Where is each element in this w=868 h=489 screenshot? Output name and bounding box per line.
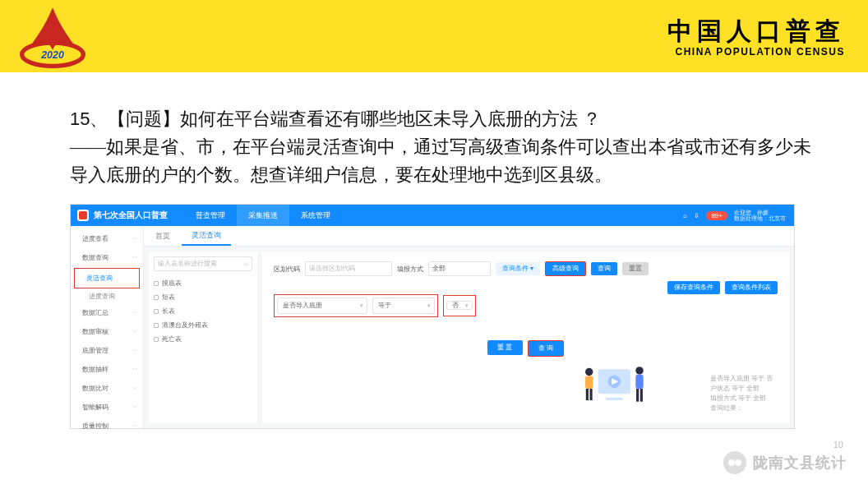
nav-data-sample[interactable]: 数据抽样﹀ xyxy=(71,360,143,379)
select-operator[interactable]: 等于 xyxy=(372,298,435,314)
nav-progress-view[interactable]: 进度查看﹀ xyxy=(71,229,143,248)
select-value[interactable]: 否 xyxy=(446,301,473,310)
help-icon[interactable]: ⇩ xyxy=(694,212,699,219)
app-screenshot: 第七次全国人口普查 普查管理 采集推送 系统管理 ⌕ ⇩ 89+ 欢迎您，孙媛 … xyxy=(70,204,795,429)
svg-rect-8 xyxy=(590,389,593,400)
btn-condition-list[interactable]: 查询条件列表 xyxy=(725,281,778,294)
form-illustration xyxy=(567,356,658,417)
tree-item[interactable]: 短表 xyxy=(154,290,252,304)
app-topbar: 第七次全国人口普查 普查管理 采集推送 系统管理 ⌕ ⇩ 89+ 欢迎您，孙媛 … xyxy=(71,205,794,226)
watermark-text: 陇南文县统计 xyxy=(753,453,847,473)
user-info: 欢迎您，孙媛 数据处理地：北京市 xyxy=(734,210,786,222)
nav-data-audit[interactable]: 数据审核﹀ xyxy=(71,322,143,341)
wechat-icon xyxy=(723,451,746,474)
select-field[interactable]: 是否导入底册 xyxy=(277,298,367,314)
tab-survey-manage[interactable]: 普查管理 xyxy=(184,205,237,226)
nav-smart-decode[interactable]: 智能解码﹀ xyxy=(71,398,143,417)
nav-register-manage[interactable]: 底册管理﹀ xyxy=(71,341,143,360)
nav-flexible-query[interactable]: 灵活查询 xyxy=(74,268,140,288)
btn-reset[interactable]: 重置 xyxy=(622,262,649,275)
user-location: 数据处理地：北京市 xyxy=(734,215,786,222)
nav-data-summary[interactable]: 数据汇总﹀ xyxy=(71,303,143,322)
summary-line-1: 是否导入底册 等于 否 xyxy=(710,374,773,384)
tree-item[interactable]: 摸底表 xyxy=(154,276,252,290)
chevron-down-icon: ﹀ xyxy=(132,347,138,355)
page-number: 10 xyxy=(833,440,843,450)
notification-badge[interactable]: 89+ xyxy=(706,211,727,220)
input-area-code[interactable]: 请选择区划代码 xyxy=(305,261,392,276)
question-number: 15、 xyxy=(70,108,108,129)
svg-point-5 xyxy=(585,368,593,376)
tab-collect-push[interactable]: 采集推送 xyxy=(237,205,289,226)
question-tag: 【问题】 xyxy=(108,108,180,129)
btn-reset-2[interactable]: 重 置 xyxy=(487,340,522,355)
nav-quality-control[interactable]: 质量控制﹀ xyxy=(71,417,143,436)
chevron-down-icon: ﹀ xyxy=(132,404,138,412)
chevron-down-icon: ﹀ xyxy=(132,254,138,262)
btn-query[interactable]: 查询 xyxy=(591,262,617,275)
table-tree: 输入表名称进行搜索 摸底表 短表 长表 港澳台及外籍表 死亡表 xyxy=(149,251,257,423)
tree-item[interactable]: 长表 xyxy=(154,304,252,318)
watermark: 陇南文县统计 xyxy=(723,451,847,474)
user-welcome: 欢迎您，孙媛 xyxy=(734,210,786,216)
svg-rect-10 xyxy=(635,375,643,389)
census-logo: 2020 xyxy=(15,3,90,69)
btn-query-2[interactable]: 查 询 xyxy=(528,340,564,357)
brand-title-en: CHINA POPULATION CENSUS xyxy=(675,46,845,58)
select-fill-mode[interactable]: 全部 xyxy=(428,261,491,276)
tab-system-manage[interactable]: 系统管理 xyxy=(289,205,342,226)
svg-rect-4 xyxy=(606,398,622,400)
summary-line-2: 户状态 等于 全部 xyxy=(710,384,773,394)
svg-point-9 xyxy=(635,367,643,374)
tree-item[interactable]: 死亡表 xyxy=(154,332,252,346)
chevron-down-icon: ﹀ xyxy=(132,366,138,374)
app-tabs: 普查管理 采集推送 系统管理 xyxy=(184,205,342,226)
question-title: 如何在平台端查看还有哪些地区未导入底册的方法 ？ xyxy=(180,108,601,129)
search-icon[interactable]: ⌕ xyxy=(683,212,687,219)
svg-rect-11 xyxy=(636,389,639,402)
summary-line-3: 填报方式 等于 全部 xyxy=(710,394,773,404)
nav-progress-query[interactable]: 进度查询 xyxy=(71,289,143,303)
breadcrumb: 首页 灵活查询 xyxy=(144,226,794,247)
chevron-down-icon: ﹀ xyxy=(132,422,138,431)
tree-item[interactable]: 港澳台及外籍表 xyxy=(154,318,252,332)
query-summary: 是否导入底册 等于 否 户状态 等于 全部 填报方式 等于 全部 查询结果： xyxy=(710,374,773,413)
tree-search-input[interactable]: 输入表名称进行搜索 xyxy=(154,256,252,271)
label-fill-mode: 填报方式 xyxy=(397,265,423,274)
summary-line-4: 查询结果： xyxy=(710,404,773,413)
crumb-current[interactable]: 灵活查询 xyxy=(182,227,231,246)
chevron-down-icon: ﹀ xyxy=(132,385,138,393)
app-logo-icon xyxy=(77,210,89,221)
btn-query-cond[interactable]: 查询条件 ▾ xyxy=(496,262,540,275)
btn-save-condition[interactable]: 保存查询条件 xyxy=(667,281,720,294)
brand-title-cn: 中国人口普查 xyxy=(667,15,845,48)
nav-data-query[interactable]: 数据查询﹀ xyxy=(71,248,143,267)
query-form: 区划代码 请选择区划代码 填报方式 全部 查询条件 ▾ 高级查询 查询 重置 保… xyxy=(262,251,789,423)
nav-data-compare[interactable]: 数据比对﹀ xyxy=(71,379,143,398)
chevron-down-icon: ﹀ xyxy=(132,328,138,336)
left-nav: 进度查看﹀ 数据查询﹀ 灵活查询 进度查询 数据汇总﹀ 数据审核﹀ 底册管理﹀ … xyxy=(71,226,144,428)
svg-rect-12 xyxy=(640,389,643,402)
chevron-down-icon: ﹀ xyxy=(132,309,138,317)
question-answer: ——如果是省、市，在平台端灵活查询中，通过写高级查询条件可以查出本省或市还有多少… xyxy=(70,136,811,185)
btn-advanced-query[interactable]: 高级查询 xyxy=(545,261,586,276)
svg-rect-6 xyxy=(585,376,593,389)
crumb-home[interactable]: 首页 xyxy=(144,231,182,242)
census-banner: 2020 中国人口普查 CHINA POPULATION CENSUS xyxy=(0,0,868,72)
chevron-down-icon: ﹀ xyxy=(132,235,138,243)
logo-year: 2020 xyxy=(40,49,64,61)
question-block: 15、【问题】如何在平台端查看还有哪些地区未导入底册的方法 ？ ——如果是省、市… xyxy=(70,105,823,189)
app-title: 第七次全国人口普查 xyxy=(94,210,168,221)
svg-rect-7 xyxy=(586,389,589,400)
label-area-code: 区划代码 xyxy=(274,265,300,274)
